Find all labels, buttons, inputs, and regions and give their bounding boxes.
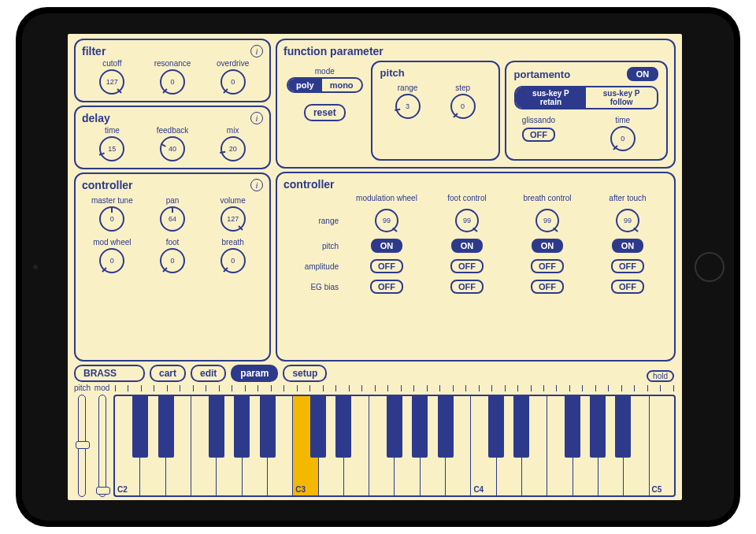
reset-button[interactable]: reset — [304, 104, 346, 121]
pitch-title: pitch — [380, 67, 491, 79]
pitch-wheel-label: pitch — [74, 384, 91, 393]
ctrl-pitch-toggle-3[interactable]: ON — [612, 239, 643, 253]
glissando-toggle[interactable]: OFF — [522, 128, 555, 142]
white-key-17[interactable] — [547, 396, 573, 495]
white-key-5[interactable] — [243, 396, 268, 495]
mod-wheel[interactable] — [98, 395, 106, 497]
portamento-toggle[interactable]: ON — [627, 67, 658, 81]
nav-param[interactable]: param — [231, 365, 278, 382]
mod-wheel-label: mod — [94, 384, 110, 393]
delay-1-knob[interactable]: 40 — [160, 136, 185, 161]
ctrl-pitch-toggle-0[interactable]: ON — [371, 239, 402, 253]
white-key-3[interactable] — [191, 396, 217, 495]
portamento-mode-segment[interactable]: sus-key P retain sus-key P follow — [514, 86, 658, 109]
ctrl-pitch-toggle-1[interactable]: ON — [451, 239, 483, 253]
ctrlL2-0-knob[interactable]: 0 — [99, 248, 124, 273]
tablet-bezel: filter i cutoff 127 resonance 0 overdriv… — [22, 13, 734, 521]
portamento-time-knob[interactable]: 0 — [610, 126, 636, 151]
white-key-21[interactable]: C5 — [650, 396, 674, 495]
function-title: function parameter — [284, 45, 668, 57]
white-key-10[interactable] — [369, 396, 395, 495]
delay-2-knob[interactable]: 20 — [220, 136, 246, 161]
ctrl-amplitude-toggle-2[interactable]: OFF — [531, 259, 564, 273]
ctrl-pitch-toggle-2[interactable]: ON — [532, 239, 563, 253]
keyboard[interactable]: C2C3C4C5 — [113, 395, 676, 497]
ctrl-amplitude-toggle-0[interactable]: OFF — [370, 259, 403, 273]
ctrl-col-header: after touch — [587, 194, 668, 202]
pitch-panel: pitch range 3 step 0 — [371, 61, 500, 161]
ctrl-egbias-toggle-1[interactable]: OFF — [450, 280, 484, 294]
white-key-20[interactable] — [624, 396, 649, 495]
filter-0-knob[interactable]: 127 — [99, 69, 124, 95]
white-key-0[interactable]: C2 — [115, 396, 140, 495]
white-key-16[interactable] — [522, 396, 547, 495]
ctrl-egbias-toggle-2[interactable]: OFF — [531, 280, 564, 294]
white-key-4[interactable] — [217, 396, 242, 495]
nav-setup[interactable]: setup — [283, 365, 327, 382]
portamento-retain[interactable]: sus-key P retain — [516, 87, 587, 108]
info-icon[interactable]: i — [250, 179, 263, 191]
white-key-19[interactable] — [598, 396, 624, 495]
filter-1-knob[interactable]: 0 — [160, 69, 185, 95]
white-key-14[interactable]: C4 — [471, 396, 496, 495]
ctrl-row-pitch: pitch — [284, 242, 346, 250]
ctrlL1-0-label: master tune — [91, 196, 133, 205]
ctrlL1-1-label: pan — [166, 196, 180, 205]
mode-poly[interactable]: poly — [288, 79, 322, 91]
portamento-panel: portamento ON sus-key P retain sus-key P… — [505, 61, 668, 161]
hold-button[interactable]: hold — [647, 370, 674, 382]
ctrlL2-2-knob[interactable]: 0 — [220, 248, 246, 273]
delay-2-label: mix — [227, 126, 239, 135]
white-key-12[interactable] — [421, 396, 446, 495]
ctrl-amplitude-toggle-3[interactable]: OFF — [611, 259, 644, 273]
app-screen: filter i cutoff 127 resonance 0 overdriv… — [68, 34, 682, 500]
ctrlL1-0-knob[interactable]: 0 — [99, 206, 124, 232]
portamento-follow[interactable]: sus-key P follow — [586, 87, 657, 108]
nav-cart[interactable]: cart — [150, 365, 186, 382]
white-key-18[interactable] — [573, 396, 598, 495]
white-key-13[interactable] — [446, 396, 471, 495]
delay-1-label: feedback — [157, 126, 189, 135]
pitch-range-label: range — [398, 83, 418, 92]
controller-left-title: controller — [82, 179, 263, 191]
mode-segment[interactable]: poly mono — [287, 77, 363, 93]
ctrl-amplitude-toggle-1[interactable]: OFF — [450, 259, 484, 273]
mode-mono[interactable]: mono — [322, 79, 361, 91]
ctrlL1-2-knob[interactable]: 127 — [220, 206, 246, 232]
filter-2-label: overdrive — [217, 59, 249, 68]
ctrlL2-0-label: mod wheel — [93, 238, 131, 247]
white-key-11[interactable] — [395, 396, 420, 495]
filter-2-knob[interactable]: 0 — [220, 69, 246, 95]
filter-1-label: resonance — [154, 59, 191, 68]
ctrl-row-egbias: EG bias — [284, 283, 346, 291]
white-key-1[interactable] — [140, 396, 165, 495]
ctrlL1-1-knob[interactable]: 64 — [160, 206, 185, 232]
pitch-range-knob[interactable]: 3 — [395, 94, 421, 119]
ctrl-egbias-toggle-0[interactable]: OFF — [370, 280, 403, 294]
info-icon[interactable]: i — [250, 112, 263, 124]
controller-right-panel: controller modulation wheelfoot controlb… — [276, 172, 676, 362]
ctrl-range-knob-1[interactable]: 99 — [455, 209, 479, 232]
pitch-step-label: step — [455, 83, 470, 92]
white-key-15[interactable] — [497, 396, 522, 495]
white-key-8[interactable] — [319, 396, 344, 495]
white-key-9[interactable] — [344, 396, 369, 495]
filter-panel: filter i cutoff 127 resonance 0 overdriv… — [74, 39, 271, 102]
delay-0-knob[interactable]: 15 — [99, 136, 124, 161]
pitch-wheel[interactable] — [78, 395, 86, 497]
ctrlL1-2-label: volume — [220, 196, 246, 205]
ctrl-range-knob-0[interactable]: 99 — [375, 209, 398, 232]
ctrl-col-header: breath control — [507, 194, 587, 202]
nav-edit[interactable]: edit — [191, 365, 226, 382]
white-key-7[interactable]: C3 — [293, 396, 318, 495]
white-key-6[interactable] — [268, 396, 293, 495]
white-key-2[interactable] — [166, 396, 191, 495]
pitch-step-knob[interactable]: 0 — [450, 94, 476, 119]
filter-0-label: cutoff — [102, 59, 121, 68]
ctrlL2-1-knob[interactable]: 0 — [160, 248, 185, 273]
ctrl-range-knob-3[interactable]: 99 — [616, 209, 639, 232]
ctrl-range-knob-2[interactable]: 99 — [536, 209, 559, 232]
patch-name[interactable]: BRASS — [74, 365, 145, 382]
info-icon[interactable]: i — [250, 45, 263, 57]
ctrl-egbias-toggle-3[interactable]: OFF — [611, 280, 644, 294]
